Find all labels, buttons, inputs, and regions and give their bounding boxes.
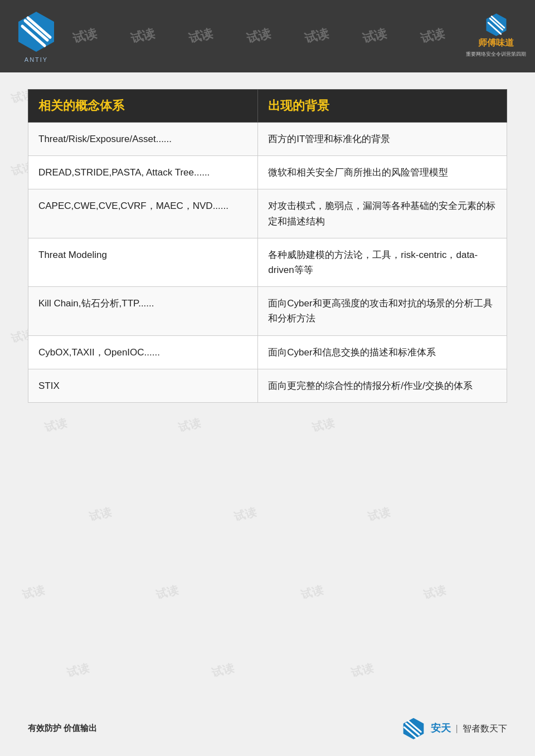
table-cell-left-0: Threat/Risk/Exposure/Asset...... [28,123,258,156]
page-wm-27: 试读 [299,582,325,602]
footer-brand-main: 安天 | 智者数天下 [431,721,507,735]
col1-header: 相关的概念体系 [28,90,258,123]
table-cell-left-6: STIX [28,369,258,402]
table-cell-right-3: 各种威胁建模的方法论，工具，risk-centric，data-driven等等 [258,238,507,286]
header-wm-6: 试读 [361,25,388,47]
header-wm-5: 试读 [303,25,330,47]
table-row: Kill Chain,钻石分析,TTP......面向Cyber和更高强度的攻击… [28,287,507,335]
table-row: Threat/Risk/Exposure/Asset......西方的IT管理和… [28,123,507,156]
table-cell-right-5: 面向Cyber和信息交换的描述和标准体系 [258,335,507,369]
header-wm-3: 试读 [187,25,215,47]
header-wm-1: 试读 [72,25,99,47]
footer-brand-sub: 智者数天下 [463,724,507,733]
page-wm-24: 试读 [366,504,392,524]
footer: 有效防护 价值输出 安天 | 智者数天下 [28,717,507,739]
top-right-icon [484,12,509,37]
page-wm-23: 试读 [232,504,258,524]
footer-right: 安天 | 智者数天下 [400,717,507,739]
footer-logo-icon [400,717,427,739]
page-wm-21: 试读 [310,415,336,435]
col2-header: 出现的背景 [258,90,507,123]
page-wm-20: 试读 [177,415,202,435]
table-cell-left-5: CybOX,TAXII，OpenIOC...... [28,335,258,369]
page-wm-19: 试读 [43,415,69,435]
top-right-logo: 师傅味道 重要网络安全令训营第四期 [463,4,529,66]
table-row: CybOX,TAXII，OpenIOC......面向Cyber和信息交换的描述… [28,335,507,369]
header: ANTIY 试读 试读 试读 试读 试读 试读 试读 师傅味道 重要网络安全令训… [0,0,535,72]
logo-hexagon [14,9,59,54]
antiy-label: ANTIY [25,56,48,63]
page-wm-31: 试读 [349,660,375,680]
top-right-sub-text: 重要网络安全令训营第四期 [466,51,526,58]
header-wm-7: 试读 [419,25,446,47]
page-wm-26: 试读 [154,582,180,602]
main-content: 相关的概念体系 出现的背景 Threat/Risk/Exposure/Asset… [28,89,507,403]
table-cell-left-3: Threat Modeling [28,238,258,286]
table-row: Threat Modeling各种威胁建模的方法论，工具，risk-centri… [28,238,507,286]
table-cell-right-2: 对攻击模式，脆弱点，漏洞等各种基础的安全元素的标定和描述结构 [258,189,507,238]
table-cell-right-4: 面向Cyber和更高强度的攻击和对抗的场景的分析工具和分析方法 [258,287,507,335]
top-right-brand-text: 师傅味道 [478,37,514,49]
table-cell-left-2: CAPEC,CWE,CVE,CVRF，MAEC，NVD...... [28,189,258,238]
table-cell-left-4: Kill Chain,钻石分析,TTP...... [28,287,258,335]
concept-table: 相关的概念体系 出现的背景 Threat/Risk/Exposure/Asset… [28,89,507,403]
table-cell-left-1: DREAD,STRIDE,PASTA, Attack Tree...... [28,156,258,189]
footer-antiy: 安天 [431,723,451,734]
table-row: CAPEC,CWE,CVE,CVRF，MAEC，NVD......对攻击模式，脆… [28,189,507,238]
table-row: DREAD,STRIDE,PASTA, Attack Tree......微软和… [28,156,507,189]
header-wm-4: 试读 [245,25,273,47]
logo-area: ANTIY [0,0,72,72]
table-cell-right-6: 面向更完整的综合性的情报分析/作业/交换的体系 [258,369,507,402]
table-cell-right-0: 西方的IT管理和标准化的背景 [258,123,507,156]
header-wm-2: 试读 [129,25,157,47]
page-wm-22: 试读 [87,504,113,524]
table-row: STIX面向更完整的综合性的情报分析/作业/交换的体系 [28,369,507,402]
page-wm-25: 试读 [21,582,46,602]
footer-pipe: | [455,724,458,733]
footer-left-text: 有效防护 价值输出 [28,723,97,734]
page-wm-28: 试读 [422,582,448,602]
table-cell-right-1: 微软和相关安全厂商所推出的风险管理模型 [258,156,507,189]
page-wm-29: 试读 [65,660,91,680]
page-wm-30: 试读 [210,660,236,680]
